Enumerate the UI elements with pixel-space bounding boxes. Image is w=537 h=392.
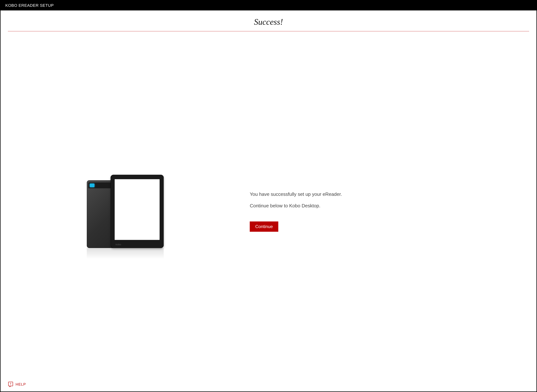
page-title: Success! xyxy=(8,17,529,27)
titlebar-title: KOBO EREADER SETUP xyxy=(5,3,54,8)
columns: kobo You have successfully set up your e… xyxy=(8,39,529,384)
help-icon: ? xyxy=(8,382,13,387)
success-message-line1: You have successfully set up your eReade… xyxy=(250,191,525,197)
success-message-line2: Continue below to Kobo Desktop. xyxy=(250,203,525,209)
ereader-screen xyxy=(115,179,160,240)
message-column: You have successfully set up your eReade… xyxy=(250,39,529,384)
app-window: KOBO EREADER SETUP Success! kobo xyxy=(0,0,537,392)
content-area: Success! kobo You have successfull xyxy=(0,10,537,392)
titlebar: KOBO EREADER SETUP xyxy=(0,0,537,10)
svg-text:?: ? xyxy=(10,382,12,385)
reflection xyxy=(87,248,164,259)
ereader-illustration: kobo xyxy=(87,175,164,255)
ereader-front: kobo xyxy=(111,175,164,248)
power-button-icon xyxy=(90,184,94,187)
continue-button[interactable]: Continue xyxy=(250,221,278,232)
ereader-brand-label: kobo xyxy=(116,243,121,246)
divider xyxy=(8,31,529,31)
device-illustration-column: kobo xyxy=(8,39,242,384)
help-label: HELP xyxy=(16,382,26,387)
help-link[interactable]: ? HELP xyxy=(8,382,26,387)
